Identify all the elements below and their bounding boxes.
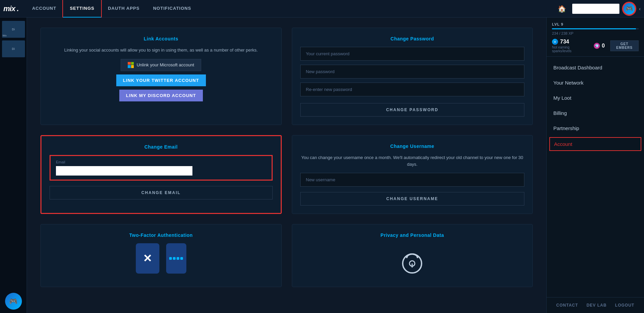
link-buttons: Unlink your Microsoft account LINK YOUR … — [49, 59, 273, 101]
link-accounts-title: Link Accounts — [49, 36, 273, 41]
middle-sections-grid: Change Email Email CHANGE EMAIL Change U… — [40, 135, 533, 214]
change-username-desc: You can change your username once a mont… — [300, 154, 525, 167]
change-password-button[interactable]: CHANGE PASSWORD — [300, 103, 525, 117]
dev-lab-link[interactable]: DEV LAB — [586, 303, 607, 308]
tfa-icons: ✕ — [49, 243, 273, 274]
top-sections-grid: Link Accounts Linking your social accoun… — [40, 28, 533, 125]
sidebar-item-billing[interactable]: Billing — [547, 105, 644, 121]
main-nav: ACCOUNT SETTINGS DAUTH APPS NOTIFICATION… — [25, 0, 555, 18]
embers-value: 0 — [602, 43, 605, 49]
sparks-col: + 734 Not earning sparks/levels — [552, 39, 583, 53]
sparks-stat: + 734 — [552, 39, 583, 45]
unlink-microsoft-button[interactable]: Unlink your Microsoft account — [121, 59, 201, 71]
privacy-card: Privacy and Personal Data — [292, 224, 533, 287]
sidebar-item-broadcast[interactable]: Broadcast Dashboard — [547, 60, 644, 75]
change-email-title: Change Email — [50, 144, 273, 150]
nav-dauth[interactable]: DAUTH APPS — [101, 0, 146, 18]
logo-text: mix — [3, 4, 15, 13]
sidebar-profile: LVL 9 234 / 238 XP + 734 Not earning spa… — [547, 18, 644, 57]
link-twitter-button[interactable]: LINK YOUR TWITTER ACCOUNT — [116, 74, 206, 86]
sidebar-item-my-loot[interactable]: My Loot — [547, 90, 644, 105]
email-form-group: Email — [50, 155, 273, 181]
sidebar-nav: Broadcast Dashboard Your Network My Loot… — [547, 57, 644, 297]
change-email-card: Change Email Email CHANGE EMAIL — [40, 135, 282, 214]
sidebar-item-partnership[interactable]: Partnership — [547, 121, 644, 136]
tfa-dot-3 — [177, 257, 179, 260]
home-button[interactable]: 🏠 — [555, 3, 569, 14]
tfa-dot-4 — [180, 257, 183, 260]
logout-link[interactable]: LOGOUT — [615, 303, 634, 308]
tfa-phone-icon — [166, 243, 186, 274]
chevron-down-icon[interactable]: ‹ — [639, 6, 641, 11]
two-factor-card: Two-Factor Authentication ✕ — [40, 224, 282, 287]
logo-suffix: . — [17, 4, 19, 13]
ember-icon: 💎 — [594, 43, 600, 49]
video-thumb-1[interactable]: Di Wo — [2, 21, 25, 38]
sidebar-footer: CONTACT DEV LAB LOGOUT — [547, 297, 644, 313]
current-password-input[interactable] — [300, 47, 525, 61]
spark-icon: + — [552, 39, 558, 45]
two-factor-title: Two-Factor Authentication — [49, 232, 273, 238]
tfa-dot-1 — [169, 257, 172, 260]
avatar-icon: 🎮 — [625, 5, 633, 12]
nav-settings[interactable]: SETTINGS — [63, 0, 101, 18]
nav-notifications[interactable]: NOTIFICATIONS — [146, 0, 198, 18]
new-username-input[interactable] — [300, 173, 525, 187]
link-accounts-desc: Linking your social accounts will allow … — [49, 47, 273, 54]
contact-link[interactable]: CONTACT — [556, 303, 578, 308]
change-email-button[interactable]: CHANGE EMAIL — [50, 186, 273, 199]
change-password-card: Change Password CHANGE PASSWORD — [292, 28, 533, 125]
new-password-input[interactable] — [300, 65, 525, 79]
change-password-title: Change Password — [300, 36, 525, 41]
tfa-app-icon: ✕ — [136, 243, 159, 274]
email-input-bar[interactable] — [56, 166, 192, 176]
reenter-password-input[interactable] — [300, 83, 525, 96]
nav-account[interactable]: ACCOUNT — [25, 0, 63, 18]
nav-right: 🏠 🎮 ‹ — [555, 2, 644, 15]
tfa-dot-2 — [173, 257, 176, 260]
main-layout: Di Wo Di 🎮 Link Accounts Linking your so… — [0, 18, 644, 313]
thumb-label-1: Di — [12, 28, 15, 31]
thumb-overlay-1: Wo — [3, 34, 24, 37]
link-discord-button[interactable]: LINK MY DISCORD ACCOUNT — [119, 90, 203, 101]
get-embers-button[interactable]: GET EMBERS — [610, 40, 639, 51]
lock-icon — [300, 243, 525, 279]
privacy-title: Privacy and Personal Data — [300, 232, 525, 238]
change-username-button[interactable]: CHANGE USERNAME — [300, 192, 525, 206]
right-sidebar: LVL 9 234 / 238 XP + 734 Not earning spa… — [546, 18, 644, 313]
level-badge: LVL 9 — [552, 22, 639, 26]
bottom-sections-grid: Two-Factor Authentication ✕ — [40, 224, 533, 287]
not-earning-label: Not earning sparks/levels — [552, 45, 583, 53]
logo: mix . — [3, 4, 19, 13]
tfa-dots — [169, 257, 183, 260]
left-avatar[interactable]: 🎮 — [5, 293, 22, 310]
sparks-value: 734 — [560, 39, 569, 45]
sidebar-item-your-network[interactable]: Your Network — [547, 75, 644, 90]
xp-bar-container — [552, 28, 639, 29]
search-input[interactable] — [572, 4, 619, 14]
link-accounts-card: Link Accounts Linking your social accoun… — [40, 28, 282, 125]
avatar-button[interactable]: 🎮 — [623, 2, 636, 15]
email-label: Email — [56, 160, 266, 164]
left-panel: Di Wo Di 🎮 — [0, 18, 27, 313]
embers-stat: 💎 0 — [594, 43, 605, 49]
video-thumb-2[interactable]: Di — [2, 40, 25, 57]
content-area: Link Accounts Linking your social accoun… — [27, 18, 546, 313]
thumb-label-2: Di — [12, 47, 15, 51]
top-nav: mix . ACCOUNT SETTINGS DAUTH APPS NOTIFI… — [0, 0, 644, 18]
stats-row: + 734 Not earning sparks/levels 💎 0 GET … — [552, 39, 639, 53]
sidebar-item-account[interactable]: Account — [549, 137, 641, 151]
password-inputs — [300, 47, 525, 96]
embers-col: 💎 0 — [594, 43, 605, 49]
change-username-card: Change Username You can change your user… — [292, 135, 533, 214]
xp-bar-fill — [552, 28, 636, 29]
microsoft-icon — [128, 62, 134, 68]
change-username-title: Change Username — [300, 144, 525, 149]
xp-text: 234 / 238 XP — [552, 31, 639, 35]
